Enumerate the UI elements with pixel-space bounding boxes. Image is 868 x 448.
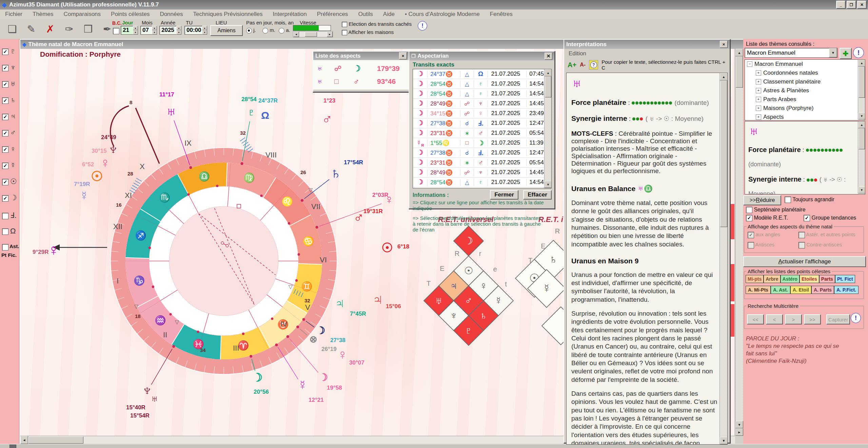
aspectarian-scroll-up[interactable]: ▲: [545, 69, 552, 76]
scroll-down-arrow[interactable]: ▼: [735, 421, 743, 428]
scroll-h-right-arrow[interactable]: ►: [735, 428, 743, 436]
points-list-button[interactable]: Pt. Fict: [835, 275, 855, 283]
modele-ret-checkbox[interactable]: ✓ Modèle R.E.T.: [746, 215, 788, 221]
planet-filter-jupiter[interactable]: ✓: [2, 114, 8, 120]
transit-row[interactable]: ☽ 27°38♉ ☌ Ⅎ. 21.07.2025 12:47: [413, 148, 547, 158]
close-button[interactable]: ✕: [857, 1, 867, 9]
theme-combobox[interactable]: Macron Emmanuel ▼: [745, 48, 837, 58]
menu-item[interactable]: Données: [155, 11, 188, 18]
tree-expand-icon[interactable]: +: [756, 114, 761, 120]
open-book-icon[interactable]: ❒: [81, 22, 96, 36]
aspects-list-close-icon[interactable]: ×: [399, 52, 407, 59]
planet-filter-north-node[interactable]: [2, 228, 8, 235]
edition-menu[interactable]: Edition: [564, 49, 730, 58]
info-icon[interactable]: !: [418, 21, 427, 31]
scroll-up-arrow[interactable]: ▲: [735, 49, 743, 56]
actualiser-button[interactable]: Actualiser l'affichage: [743, 256, 866, 267]
taskbar-app-icon[interactable]: [9, 445, 16, 448]
radio-a[interactable]: a.: [279, 27, 290, 34]
planet-filter-saturn[interactable]: ✓: [2, 97, 8, 104]
aspects-list-titlebar[interactable]: Liste des aspects ×: [313, 52, 409, 60]
tree-expand-icon[interactable]: +: [756, 88, 761, 93]
transit-row[interactable]: ☽ 28°54♉ △ ♇ 21.07.2025 14:54: [413, 89, 547, 99]
toujours-agrandir-checkbox[interactable]: Toujours agrandir: [785, 197, 834, 203]
interp-scroll-down[interactable]: ▼: [720, 437, 728, 444]
reduce-button[interactable]: >> Réduire: [743, 195, 781, 205]
tree-expand-icon[interactable]: +: [756, 97, 761, 102]
transit-row[interactable]: ☿R 1°55♌ □ ☽ 21.07.2025 11:39: [413, 138, 547, 148]
mois-spinner[interactable]: ▲▼: [152, 26, 157, 35]
jour-input[interactable]: 21: [121, 26, 135, 35]
annee-input[interactable]: 2025: [159, 26, 178, 35]
menu-item[interactable]: Points célestes: [106, 11, 155, 18]
chart-vertical-scrollbar[interactable]: ▲ ▼ ►: [735, 49, 743, 436]
aspect-row[interactable]: ♅ ☍ ☽ 179°39: [317, 62, 406, 75]
menu-item[interactable]: Comparaisons: [58, 11, 106, 18]
font-increase-button[interactable]: A+: [568, 61, 576, 69]
compass-icon[interactable]: ✑: [62, 22, 77, 36]
planet-filter-neptune[interactable]: ✓: [2, 65, 8, 71]
radio-m[interactable]: m.: [262, 27, 275, 34]
interpretations-scrollbar[interactable]: ▲ ▼: [719, 73, 727, 444]
fermer-button[interactable]: Fermer: [490, 190, 518, 200]
points-list-button[interactable]: A. Etoil: [790, 286, 811, 294]
jour-spinner[interactable]: ▲▼: [133, 26, 138, 35]
aspectarian-scrollbar[interactable]: ▲ ▼: [544, 69, 551, 188]
help-icon[interactable]: ?: [589, 60, 598, 70]
aspectarian-scroll-down[interactable]: ▼: [545, 181, 552, 188]
mini-panel-scrollbar[interactable]: ▲ ▼: [858, 122, 865, 193]
planet-filter-asteroids[interactable]: [2, 244, 8, 250]
tree-item[interactable]: +Maisons (Porphyre): [745, 104, 865, 113]
radio-j[interactable]: j.: [246, 27, 256, 34]
add-theme-button[interactable]: ✚: [840, 48, 852, 59]
aspect-row[interactable]: ♅ □ ♂ 93°46: [317, 75, 406, 88]
planet-filter-uranus[interactable]: ✓: [2, 81, 8, 88]
points-list-button[interactable]: A. Mi-Pts: [746, 286, 771, 294]
nav-button[interactable]: <: [766, 314, 783, 324]
groupe-tendances-checkbox[interactable]: ✓ Groupe tendances: [804, 215, 856, 221]
transit-row[interactable]: ☽ 23°31♉ ∗ ♂ 21.07.2025 05:54: [413, 158, 547, 168]
edit-chart-icon[interactable]: ✎: [24, 22, 39, 36]
menu-item[interactable]: Aide: [378, 11, 400, 18]
menu-item[interactable]: Thèmes: [27, 11, 58, 18]
nav-button[interactable]: <<: [747, 314, 764, 324]
points-list-button[interactable]: Parts: [819, 275, 835, 283]
tree-item[interactable]: +Parts Arabes: [745, 95, 865, 104]
title-bar[interactable]: ◆ Azimut35 Diamant (Utilisation professi…: [0, 0, 868, 10]
planet-filter-moon[interactable]: ✓: [2, 195, 8, 202]
theme-info-icon[interactable]: !: [853, 47, 864, 58]
delete-chart-icon[interactable]: ✗: [43, 22, 58, 36]
tree-expand-icon[interactable]: +: [756, 106, 761, 111]
transit-row[interactable]: ☽ 28°54♉ △ ♇ 21.07.2025 14:54: [413, 178, 547, 187]
planet-filter-mars[interactable]: ✓: [2, 130, 8, 136]
maximize-button[interactable]: ❐: [847, 1, 856, 9]
toolbar-checkbox[interactable]: Election des transits cachés: [342, 21, 412, 27]
effacer-button[interactable]: Effacer: [523, 190, 552, 200]
transit-row[interactable]: ☽ 23°31♉ ∗ ♂ 21.07.2025 05:54: [413, 128, 547, 138]
aspect-display-checkbox[interactable]: Antisces: [748, 242, 774, 248]
points-list-button[interactable]: A. P.Fict.: [834, 286, 859, 294]
menu-item[interactable]: Outils: [353, 11, 378, 18]
points-list-button[interactable]: Etoiles: [800, 275, 819, 283]
tree-scrollbar[interactable]: ▲ ▼: [858, 60, 865, 119]
interpretations-titlebar[interactable]: Interprétations ×: [564, 40, 730, 49]
tree-item[interactable]: +Classement planétaire: [745, 77, 865, 86]
transit-row[interactable]: ☽ 28°49♉ ☍ ♆ 21.07.2025 14:45: [413, 168, 547, 178]
aspect-display-checkbox[interactable]: ✓ aux angles: [748, 231, 780, 238]
transit-row[interactable]: ☽ 34°15♉ ☍ ♀ 21.07.2025 23:49: [413, 109, 547, 118]
aspectarian-close-icon[interactable]: ✕: [545, 53, 552, 60]
tree-expand-icon[interactable]: +: [756, 70, 761, 76]
points-list-button[interactable]: A. Ast.: [771, 286, 790, 294]
tree-item[interactable]: +Coordonnées natales: [745, 69, 865, 77]
points-list-button[interactable]: Arbre: [764, 275, 780, 283]
search-info-icon[interactable]: !: [851, 313, 861, 323]
annee-spinner[interactable]: ▲▼: [176, 26, 181, 35]
new-chart-icon[interactable]: ❏: [5, 22, 20, 36]
aspect-display-checkbox[interactable]: Astér. et autres points: [798, 231, 855, 238]
aspect-display-checkbox[interactable]: Contre-antisces: [798, 242, 842, 248]
tree-item[interactable]: +Aspects: [745, 113, 865, 120]
planet-filter-mercury[interactable]: ✓: [2, 163, 8, 169]
capturer-button[interactable]: Capturer: [826, 314, 850, 324]
menu-item[interactable]: Interprétation: [268, 11, 312, 18]
septenaire-checkbox[interactable]: Septénaire planétaire: [746, 207, 806, 213]
